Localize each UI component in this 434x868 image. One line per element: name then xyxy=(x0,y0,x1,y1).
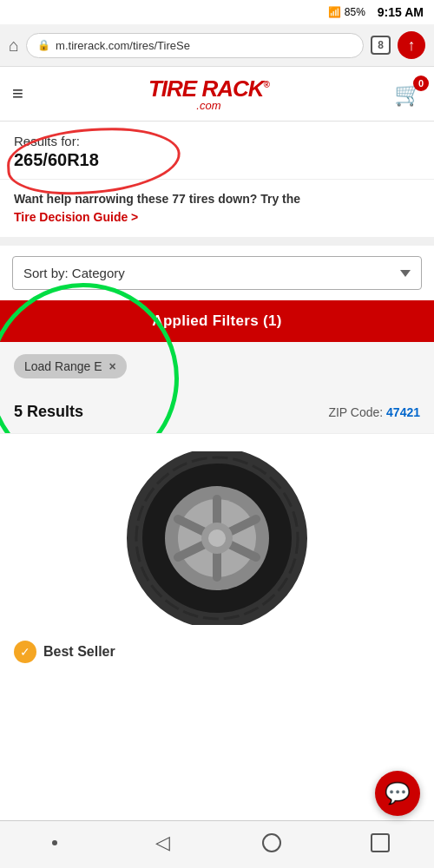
best-seller-row: ✓ Best Seller xyxy=(0,634,434,675)
tab-count-badge[interactable]: 8 xyxy=(371,36,391,55)
site-header: ≡ TIRE RACK® .com 🛒 0 xyxy=(0,67,434,122)
help-text-section: Want help narrowing these 77 tires down?… xyxy=(0,180,434,237)
section-divider xyxy=(0,237,434,246)
menu-lines-icon: ≡ xyxy=(12,82,23,104)
zip-code-section: ZIP Code: 47421 xyxy=(328,405,420,419)
product-card[interactable]: ✓ Best Seller xyxy=(0,433,434,675)
cart-badge: 0 xyxy=(413,76,429,91)
checkmark-icon: ✓ xyxy=(20,645,30,659)
tire-decision-guide-link[interactable]: Tire Decision Guide > xyxy=(14,210,138,224)
url-text: m.tirerack.com/tires/TireSe xyxy=(56,39,190,52)
results-for-value: 265/60R18 xyxy=(14,150,420,170)
best-seller-label: Best Seller xyxy=(43,644,115,660)
filter-chip-load-range-e: Load Range E × xyxy=(14,354,127,378)
battery-text: 85% xyxy=(345,6,365,18)
browser-home-icon[interactable]: ⌂ xyxy=(9,36,19,56)
applied-filters-text: Applied Filters (1) xyxy=(152,312,281,329)
phone-icon: 📶 xyxy=(328,6,341,18)
sort-bar: Sort by: Category Sort by: Price: Low to… xyxy=(0,246,434,300)
help-text-main: Want help narrowing these 77 tires down?… xyxy=(14,192,300,206)
status-bar: 📶 85% 9:15 AM xyxy=(0,0,434,24)
filter-chips-area: Load Range E × xyxy=(0,342,434,391)
results-for-label: Results for: xyxy=(14,134,420,148)
browser-chrome: ⌂ 🔒 m.tirerack.com/tires/TireSe 8 ↑ xyxy=(0,24,434,67)
address-bar[interactable]: 🔒 m.tirerack.com/tires/TireSe xyxy=(26,33,364,58)
sort-select[interactable]: Sort by: Category Sort by: Price: Low to… xyxy=(12,256,422,290)
filter-chip-label: Load Range E xyxy=(24,359,102,373)
results-count: 5 Results xyxy=(14,403,83,421)
best-seller-badge: ✓ xyxy=(14,641,36,663)
product-image-wrap xyxy=(0,434,434,634)
up-arrow-icon: ↑ xyxy=(408,36,416,55)
applied-filters-bar[interactable]: Applied Filters (1) xyxy=(0,300,434,342)
results-for-section: Results for: 265/60R18 xyxy=(0,122,434,180)
site-logo[interactable]: TIRE RACK® .com xyxy=(23,76,394,112)
cart-icon[interactable]: 🛒 0 xyxy=(394,81,422,108)
zip-code-label-text: ZIP Code: xyxy=(328,405,383,419)
zip-code-value[interactable]: 47421 xyxy=(386,405,420,419)
signal-icons: 📶 85% xyxy=(328,6,365,18)
refresh-button[interactable]: ↑ xyxy=(398,31,425,59)
time-display: 9:15 AM xyxy=(378,5,424,19)
logo-rack: RACK xyxy=(201,76,263,102)
hamburger-menu-icon[interactable]: ≡ xyxy=(12,82,23,105)
svg-point-8 xyxy=(208,529,226,547)
logo-tire: TIRE xyxy=(148,76,201,102)
filter-chip-remove-button[interactable]: × xyxy=(109,359,116,373)
results-row: 5 Results ZIP Code: 47421 xyxy=(0,391,434,433)
logo-dot-com: .com xyxy=(23,99,394,112)
tire-image xyxy=(113,451,321,625)
lock-icon: 🔒 xyxy=(37,39,50,51)
